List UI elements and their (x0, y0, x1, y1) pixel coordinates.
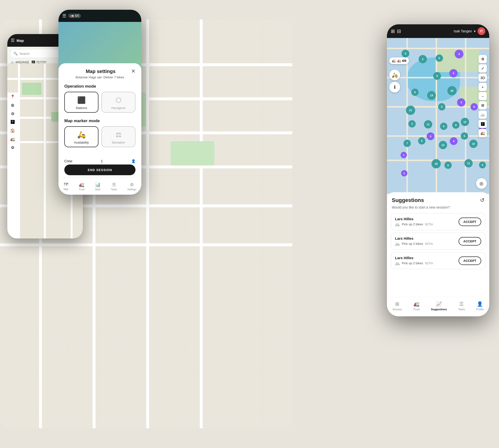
map-more-1[interactable]: 🚲 (479, 111, 487, 119)
availability-icon: 🛵 (77, 131, 86, 139)
cluster-1[interactable]: 2 (419, 55, 427, 63)
expand-btn[interactable]: ⤢ (479, 64, 487, 73)
cluster-31[interactable]: 0 (479, 161, 486, 168)
bike-button[interactable]: 🛵 (389, 70, 400, 80)
end-session-button[interactable]: END SESSION (64, 164, 136, 175)
sidebar-gear-icon[interactable]: ⚙ (11, 145, 14, 150)
map-more-3[interactable]: 🚛 (479, 129, 487, 137)
cluster-29[interactable]: 1 (401, 170, 407, 176)
suggestion-3-name: Lars Hilles (395, 256, 456, 260)
truck-badge-icon: 🚛 (392, 59, 396, 63)
cluster-27[interactable]: 11 (465, 159, 473, 167)
accept-button-3[interactable]: ACCEPT (459, 256, 481, 265)
nav-tasks-icon: ☰ (459, 301, 464, 307)
nav-profile-label: Profile (476, 308, 484, 311)
sidebar-truck-icon[interactable]: 🚛 (10, 137, 15, 141)
cluster-2[interactable]: 5 (436, 54, 443, 62)
mid-menu-icon[interactable]: ☰ (62, 13, 66, 18)
mid-nav-map-label: Map (64, 188, 68, 191)
sidebar-home-icon[interactable]: 🏠 (10, 128, 15, 133)
cluster-14[interactable]: 9 (440, 123, 447, 130)
mid-nav-tasks[interactable]: ☰ Tasks (111, 182, 117, 191)
deviation-option[interactable]: ⚖ Deviation (101, 126, 136, 147)
deviation-icon: ⚖ (116, 131, 121, 139)
suggestions-refresh-button[interactable]: ↺ (480, 197, 484, 203)
settings-btn[interactable]: ⚙ (479, 55, 487, 63)
cluster-16[interactable]: 12 (461, 118, 469, 126)
cluster-23[interactable]: 5 (461, 132, 468, 140)
sidebar-parking-icon[interactable]: 🅿 (11, 120, 15, 124)
cluster-18[interactable]: 7 (403, 140, 411, 147)
crew-bar: Crew 1 👤 (64, 159, 136, 163)
nav-tasks[interactable]: ☰ Tasks (458, 301, 465, 311)
cluster-17[interactable]: 0 (470, 103, 478, 111)
cluster-11[interactable]: 21 (406, 106, 415, 115)
cluster-25[interactable]: 18 (431, 159, 441, 168)
cluster-26[interactable]: 6 (445, 161, 452, 169)
cluster-4[interactable]: 0 (433, 72, 441, 80)
availability-option[interactable]: 🛵 Availability (64, 126, 98, 147)
phone-mid: ☰ 🚛 4/5 Map settings ✕ Botanisk Hage sør… (58, 10, 141, 195)
cluster-zero-1[interactable]: 0 (401, 50, 409, 57)
cluster-3[interactable]: 4 (455, 50, 464, 58)
stations-option[interactable]: ⬛ Stations (64, 92, 98, 113)
right-qr-icon[interactable]: ⊞ (391, 28, 395, 34)
threed-btn[interactable]: 3D (479, 74, 487, 82)
right-chevron-icon: ▾ (474, 29, 476, 33)
mid-nav-stats[interactable]: 📊 Stats (95, 182, 101, 191)
map-settings-modal: Map settings ✕ Botanisk Hage sør: Delive… (58, 63, 141, 195)
mid-truck-badge: 🚛 4/5 (68, 14, 81, 18)
left-sidebar: 📍 ⊞ ⚙ 🅿 🏠 🚛 ⚙ (7, 93, 18, 239)
info-button[interactable]: ℹ (389, 82, 400, 93)
cluster-5[interactable]: 4 (449, 69, 458, 77)
right-grid-icon[interactable]: ⊟ (397, 28, 401, 34)
mid-nav-settings-label: Settings (127, 188, 136, 191)
mid-bottom-nav: 🗺 Map 🚛 Truck 📊 Stats ☰ Tasks ⚙ Set (58, 178, 141, 195)
cluster-9[interactable]: 0 (438, 103, 445, 111)
location-button[interactable]: ◎ (476, 178, 487, 189)
right-map-controls: ⚙ ⤢ 3D + − ⊞ 🚲 🅿 🚛 (479, 55, 487, 137)
cluster-19[interactable]: 5 (418, 137, 425, 144)
cluster-13[interactable]: 11 (424, 120, 432, 128)
zoom-out-btn[interactable]: − (479, 92, 487, 100)
cluster-24[interactable]: 10 (469, 140, 478, 148)
cluster-6[interactable]: 0 (411, 89, 419, 96)
sidebar-filter-icon[interactable]: ⚙ (11, 112, 14, 116)
cluster-30[interactable]: 1 (401, 152, 407, 158)
mid-nav-settings[interactable]: ⚙ Settings (127, 182, 136, 191)
cluster-20[interactable]: 4 (427, 132, 434, 140)
nav-suggestions[interactable]: 📈 Suggestions (431, 301, 447, 311)
right-header-user[interactable]: Isak Tangen ▾ IT (454, 27, 485, 35)
zoom-in-btn[interactable]: + (479, 83, 487, 91)
nav-truck[interactable]: 🚛 Truck (413, 301, 420, 311)
modal-close-button[interactable]: ✕ (131, 68, 136, 75)
mid-nav-map[interactable]: 🗺 Map (64, 182, 68, 191)
cluster-8[interactable]: 20 (447, 86, 457, 96)
sidebar-location-icon[interactable]: 📍 (10, 95, 15, 99)
suggestion-1-detail: 🚲 Pick up 2 bikes 627m (395, 222, 456, 226)
map-more-2[interactable]: 🅿 (479, 120, 487, 128)
nav-session[interactable]: ⊞ Session (393, 301, 402, 311)
modal-subtitle: Botanisk Hage sør: Deliver 7 bikes (64, 75, 136, 79)
cluster-12[interactable]: 3 (408, 120, 416, 128)
menu-icon[interactable]: ☰ (11, 38, 15, 43)
crew-add-icon[interactable]: 👤 (131, 159, 136, 163)
sidebar-grid-icon[interactable]: ⊞ (11, 103, 14, 108)
cluster-22[interactable]: 4 (450, 137, 458, 145)
mid-truck-count: 4/5 (75, 14, 79, 17)
truck-badge[interactable]: 🚛 🚛 4/6 (389, 57, 409, 64)
hexagons-option[interactable]: ⬡ Hexagons (101, 92, 136, 113)
mid-nav-stats-icon: 📊 (95, 182, 100, 187)
cluster-7[interactable]: 14 (427, 91, 436, 100)
suggestions-panel: Suggestions ↺ Would you like to start a … (387, 192, 489, 316)
suggestion-3-action: Pick up 2 bikes (402, 261, 423, 265)
layers-btn[interactable]: ⊞ (479, 101, 487, 110)
cluster-10[interactable]: 4 (457, 98, 465, 107)
mid-nav-truck[interactable]: 🚛 Truck (79, 182, 85, 191)
cluster-15[interactable]: 8 (452, 121, 460, 129)
accept-button-2[interactable]: ACCEPT (459, 237, 481, 245)
availability-label: Availability (74, 141, 89, 144)
accept-button-1[interactable]: ACCEPT (459, 218, 481, 226)
cluster-21[interactable]: 13 (439, 141, 447, 149)
nav-profile[interactable]: 👤 Profile (476, 301, 484, 311)
